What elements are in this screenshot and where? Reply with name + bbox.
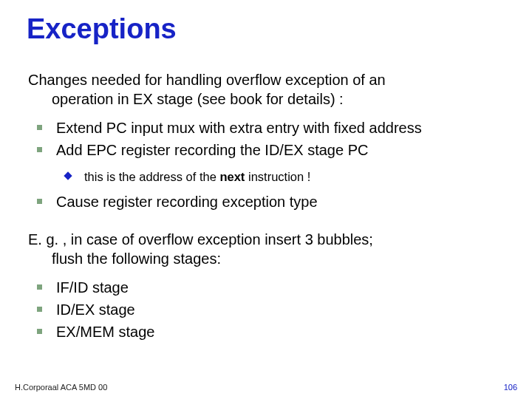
spacer [27, 221, 505, 230]
square-bullet-icon [37, 329, 42, 334]
footer-author: H.Corporaal ACA 5MD 00 [15, 383, 107, 392]
para2-line1: E. g. , in case of overflow exception in… [28, 230, 505, 249]
slide: Exceptions Changes needed for handling o… [0, 0, 532, 399]
square-bullet-icon [37, 199, 42, 204]
sub-bullet-list: this is the address of the next instruct… [27, 169, 505, 185]
list-item: Extend PC input mux with extra entry wit… [27, 118, 505, 137]
list-item: IF/ID stage [27, 278, 505, 297]
sub-bullet-bold: next [219, 170, 245, 183]
para1-line2: operation in EX stage (see book for deta… [28, 89, 505, 109]
square-bullet-icon [37, 284, 42, 290]
list-item: this is the address of the next instruct… [27, 169, 505, 185]
list-item: Cause register recording exception type [27, 192, 505, 211]
diamond-bullet-icon [64, 171, 72, 180]
para1-line1: Changes needed for handling overflow exc… [28, 70, 505, 89]
slide-title: Exceptions [27, 13, 505, 45]
para2-line2: flush the following stages: [28, 249, 505, 268]
list-item: EX/MEM stage [27, 322, 505, 341]
bullet-text: Add EPC register recording the ID/EX sta… [56, 142, 368, 158]
bullet-text: EX/MEM stage [56, 324, 154, 340]
bullet-text: IF/ID stage [56, 279, 129, 296]
page-number: 106 [504, 383, 517, 392]
slide-body: Changes needed for handling overflow exc… [27, 70, 505, 342]
square-bullet-icon [37, 125, 42, 130]
square-bullet-icon [37, 307, 42, 312]
slide-footer: H.Corporaal ACA 5MD 00 106 [15, 383, 517, 392]
paragraph-1: Changes needed for handling overflow exc… [28, 70, 505, 109]
bullet-list-2: Cause register recording exception type [27, 192, 505, 211]
bullet-text: Extend PC input mux with extra entry wit… [56, 120, 422, 136]
bullet-list-1: Extend PC input mux with extra entry wit… [27, 118, 505, 160]
list-item: Add EPC register recording the ID/EX sta… [27, 140, 505, 160]
bullet-text: Cause register recording exception type [56, 194, 318, 210]
sub-bullet-suffix: instruction ! [245, 170, 310, 183]
paragraph-2: E. g. , in case of overflow exception in… [28, 230, 505, 269]
square-bullet-icon [37, 147, 42, 152]
bullet-list-3: IF/ID stage ID/EX stage EX/MEM stage [27, 278, 505, 342]
sub-bullet-prefix: this is the address of the [84, 170, 219, 183]
list-item: ID/EX stage [27, 300, 505, 319]
bullet-text: ID/EX stage [56, 301, 135, 318]
